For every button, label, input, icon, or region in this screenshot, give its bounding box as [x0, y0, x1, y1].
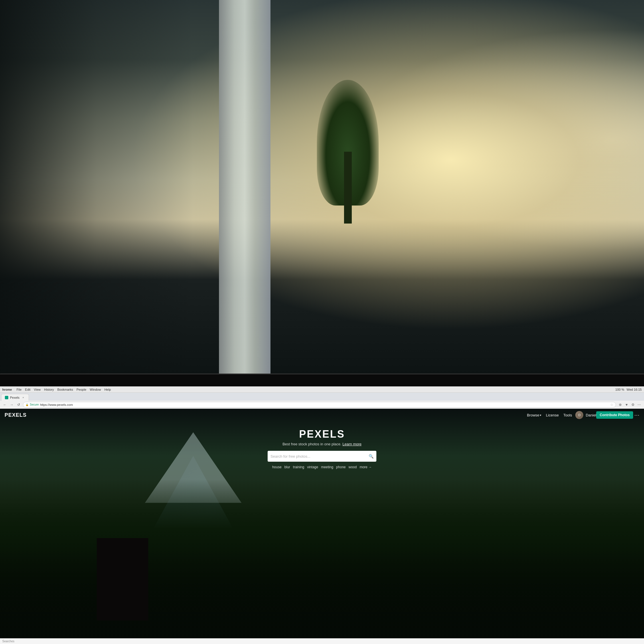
background-photo [0, 0, 309, 309]
office-pillar [219, 0, 270, 309]
